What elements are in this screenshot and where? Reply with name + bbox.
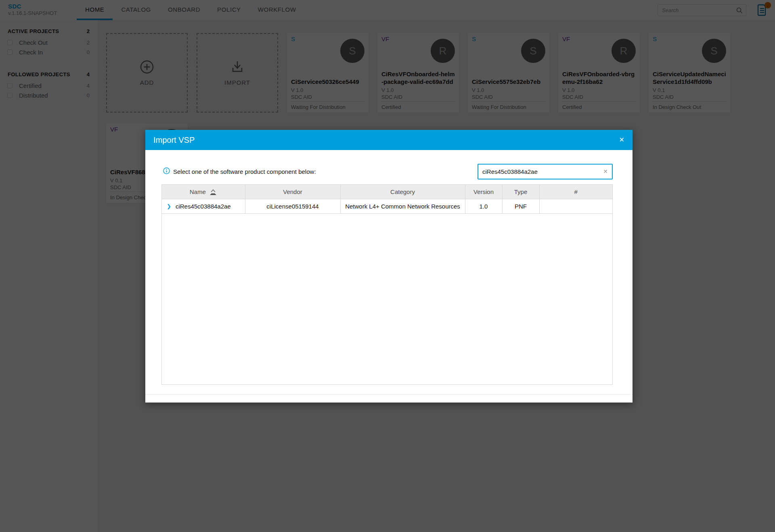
modal-footer <box>145 394 633 403</box>
cell-name: ciRes45c03884a2ae <box>176 203 231 210</box>
clear-filter-icon[interactable]: ✕ <box>603 168 608 175</box>
column-header-name[interactable]: Name <box>162 185 245 199</box>
info-icon <box>163 167 170 176</box>
column-header-type[interactable]: Type <box>502 185 539 199</box>
column-header-vendor[interactable]: Vendor <box>245 185 340 199</box>
cell-vendor: ciLicense05159144 <box>245 199 340 213</box>
close-icon[interactable]: ✕ <box>619 137 624 143</box>
column-header-hash[interactable]: # <box>539 185 612 199</box>
expand-chevron-icon[interactable]: ❯ <box>167 203 171 209</box>
table-row[interactable]: ❯ ciRes45c03884a2ae ciLicense05159144 Ne… <box>162 199 612 213</box>
vsp-table: Name Vendor Category Version Type # <box>162 185 612 214</box>
modal-instruction: Select one of the software product compo… <box>163 167 316 176</box>
cell-category: Network L4+ Common Network Resources <box>340 199 465 213</box>
vsp-filter-input[interactable] <box>482 165 599 179</box>
modal-header: Import VSP ✕ <box>145 130 633 150</box>
column-header-version[interactable]: Version <box>465 185 502 199</box>
column-header-category[interactable]: Category <box>340 185 465 199</box>
import-vsp-modal: Import VSP ✕ Select one of the software … <box>145 130 633 403</box>
vsp-table-container: Name Vendor Category Version Type # <box>161 184 613 385</box>
instruction-text: Select one of the software product compo… <box>173 168 316 175</box>
sort-ascending-icon <box>209 189 217 195</box>
modal-title: Import VSP <box>153 136 195 145</box>
table-header-row: Name Vendor Category Version Type # <box>162 185 612 199</box>
cell-version: 1.0 <box>465 199 502 213</box>
cell-type: PNF <box>502 199 539 213</box>
cell-hash <box>539 199 612 213</box>
vsp-filter: ✕ <box>478 164 613 179</box>
column-label: Name <box>190 188 206 195</box>
sdc-application: SDC v.1.16.1-SNAPSHOT HOME CATALOG ONBOA… <box>0 0 775 532</box>
